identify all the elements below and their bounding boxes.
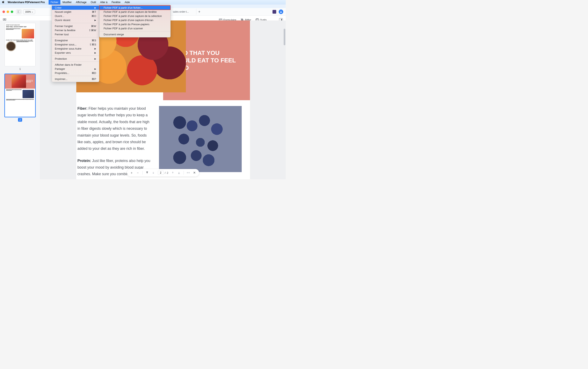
vertical-scrollbar[interactable] [284, 29, 285, 45]
sidebar-toggle-button[interactable] [16, 10, 21, 14]
menu-aller-a[interactable]: Aller à [98, 0, 109, 5]
fiber-text: Fiber helps you maintain your blood suga… [78, 106, 149, 151]
menu-modifier[interactable]: Modifier [60, 0, 74, 5]
thumbnail-page-2[interactable]: FOOD THAT YOU SHOULD EAT TO FEEL GOOD ██… [5, 74, 36, 117]
svg-rect-0 [17, 10, 20, 13]
zoom-select[interactable]: 155% ⌄ [23, 10, 35, 14]
menu-proprietes[interactable]: Propriétés...⌘D [52, 71, 99, 75]
submenu-arrow-icon: ▶ [94, 48, 96, 50]
fichier-menu: Créer▶ Nouvel onglet⌘T Ouvrir...⌘O Ouvri… [52, 5, 99, 82]
submenu-from-window[interactable]: Fichier PDF à partir d'une capture de fe… [99, 10, 170, 14]
traffic-lights [2, 10, 13, 13]
menu-ouvrir-recent[interactable]: Ouvrir récent▶ [52, 18, 99, 22]
menu-affichage[interactable]: Affichage [74, 0, 89, 5]
creer-submenu: Fichier PDF à partir d'un fichier... Fic… [99, 5, 171, 37]
thumbnail-page-1[interactable]: HOW TO EAT HEALTHY AND FEEL GOOD EVERY D… [5, 23, 36, 66]
window-minimize-button[interactable] [7, 10, 9, 13]
page-2: FOOD THAT YOU SHOULD EAT TO FEEL GOOD Fi… [76, 20, 250, 179]
prev-page-button[interactable] [152, 171, 155, 174]
menu-aide[interactable]: Aide [123, 0, 132, 5]
text-column: Fiber: Fiber helps you maintain your blo… [76, 105, 153, 179]
thumb2-hero: FOOD THAT YOU SHOULD EAT TO FEEL GOOD [5, 74, 35, 89]
app-name[interactable]: Wondershare PDFelement Pro [8, 1, 45, 4]
submenu-arrow-icon: ▶ [94, 7, 96, 9]
menu-exporter[interactable]: Exporter vers▶ [52, 51, 99, 55]
thumb1-section: FOODS THAT YOU SHOULD AVOID OR EAT IN A … [6, 40, 34, 41]
page-navigation-bar: ＋ － / 2 ✕ [127, 169, 199, 176]
total-pages: 2 [167, 171, 168, 174]
content-area: HOW TO EAT HEALTHY AND FEEL GOOD EVERY D… [0, 20, 286, 179]
thumb-image-oranges [22, 29, 34, 38]
menu-enregistrer[interactable]: Enregistrer⌘S [52, 38, 99, 42]
last-page-button[interactable] [177, 171, 181, 174]
system-menubar: Wondershare PDFelement Pro Fichier Modif… [0, 0, 286, 5]
user-account-button[interactable] [279, 10, 283, 14]
menu-enregistrer-autre[interactable]: Enregistrer sous Autre▶ [52, 46, 99, 51]
thumb1-title: HOW TO EAT HEALTHY [6, 24, 34, 26]
svg-rect-3 [3, 19, 4, 20]
paragraph-fiber: Fiber: Fiber helps you maintain your blo… [78, 105, 153, 152]
window-close-button[interactable] [2, 10, 5, 13]
menu-creer[interactable]: Créer▶ [52, 6, 99, 10]
menu-partager[interactable]: Partager▶ [52, 67, 99, 71]
menu-nouvel-onglet[interactable]: Nouvel onglet⌘T [52, 10, 99, 14]
close-controls-button[interactable]: ✕ [193, 171, 196, 174]
menu-fermer-tout[interactable]: Fermer tout [52, 32, 99, 36]
submenu-from-file[interactable]: Fichier PDF à partir d'un fichier... [99, 6, 170, 10]
submenu-from-scanner[interactable]: Fichier PDF à partir d'un scanner [99, 26, 170, 30]
menu-fenetre[interactable]: Fenêtre [110, 0, 123, 5]
app-extension-icon[interactable] [273, 10, 276, 14]
submenu-arrow-icon: ▶ [94, 68, 96, 70]
apple-menu-icon[interactable] [2, 1, 5, 4]
menu-protection[interactable]: Protection▶ [52, 57, 99, 61]
svg-point-2 [281, 11, 281, 12]
page-indicator: / 2 [158, 171, 168, 175]
zoom-out-button[interactable]: － [136, 171, 139, 174]
protein-label: Protein: [78, 159, 91, 163]
next-page-button[interactable] [171, 171, 175, 174]
menu-enregistrer-sous[interactable]: Enregistrer sous...⇧⌘S [52, 42, 99, 46]
submenu-from-clipboard[interactable]: Fichier PDF à partir du Presse-papiers [99, 22, 170, 26]
thumb-image-coffee [6, 41, 16, 51]
menu-fermer-onglet[interactable]: Fermer l'onglet⌘W [52, 24, 99, 28]
thumbnail-number-2: 2 [3, 118, 37, 121]
chevron-down-icon: ⌄ [32, 10, 33, 13]
zoom-in-button[interactable]: ＋ [130, 171, 133, 174]
fit-width-button[interactable] [187, 171, 190, 174]
first-page-button[interactable] [145, 171, 149, 174]
menu-finder[interactable]: Afficher dans le Finder [52, 63, 99, 67]
image-blueberries [159, 106, 242, 172]
submenu-arrow-icon: ▶ [94, 52, 96, 54]
menu-ouvrir[interactable]: Ouvrir...⌘O [52, 14, 99, 18]
current-page-input[interactable] [158, 171, 164, 175]
svg-rect-4 [5, 19, 6, 20]
thumb-image-berries [22, 90, 34, 98]
thumbnail-number-1: 1 [3, 68, 37, 71]
window-maximize-button[interactable] [11, 10, 13, 13]
new-tab-button[interactable]: + [196, 9, 202, 15]
menu-imprimer[interactable]: Imprimer...⌘P [52, 77, 99, 81]
menu-fichier[interactable]: Fichier [49, 0, 61, 5]
submenu-from-selection[interactable]: Fichier PDF à partir d'une capture de la… [99, 14, 170, 18]
zoom-value: 155% [25, 10, 31, 13]
menu-outil[interactable]: Outil [89, 0, 98, 5]
menu-fermer-fenetre[interactable]: Fermer la fenêtre⇧⌘W [52, 28, 99, 32]
body-text: Fiber: Fiber helps you maintain your blo… [76, 100, 250, 179]
thumbnail-panel: HOW TO EAT HEALTHY AND FEEL GOOD EVERY D… [0, 20, 40, 179]
submenu-blank-document[interactable]: Document vierge [99, 32, 170, 36]
submenu-arrow-icon: ▶ [94, 58, 96, 60]
thumb1-subtitle: AND FEEL GOOD EVERY DAY [6, 26, 34, 28]
thumb-image-oranges [11, 75, 26, 88]
fiber-label: Fiber: [78, 106, 88, 111]
thumb2-hero-text: FOOD THAT YOU SHOULD EAT TO FEEL GOOD [26, 80, 34, 83]
submenu-from-screen[interactable]: Fichier PDF à partir d'une capture d'écr… [99, 18, 170, 22]
submenu-arrow-icon: ▶ [94, 19, 96, 21]
